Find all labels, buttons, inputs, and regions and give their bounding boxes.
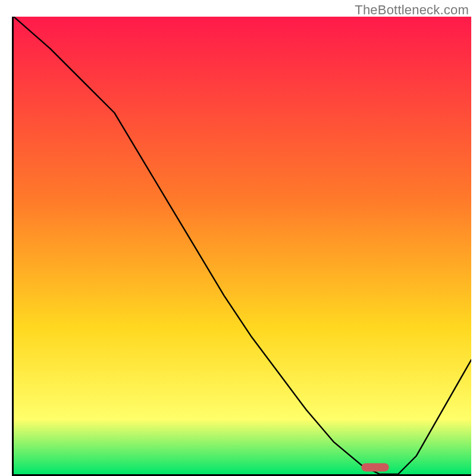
bottleneck-curve-chart bbox=[14, 17, 471, 474]
chart-stage: TheBottleneck.com bbox=[0, 0, 476, 476]
gradient-background bbox=[14, 17, 471, 474]
watermark-text: TheBottleneck.com bbox=[355, 2, 469, 18]
optimal-marker bbox=[361, 464, 389, 472]
plot-area bbox=[12, 17, 471, 476]
